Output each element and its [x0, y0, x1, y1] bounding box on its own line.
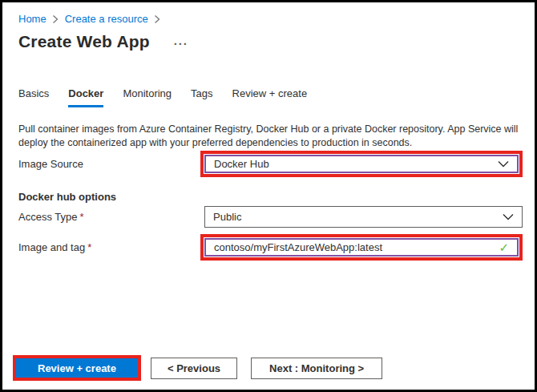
- next-monitoring-button[interactable]: Next : Monitoring >: [251, 358, 382, 379]
- access-type-dropdown[interactable]: Public: [204, 206, 523, 228]
- tab-docker[interactable]: Docker: [68, 87, 103, 107]
- review-create-button[interactable]: Review + create: [16, 358, 138, 378]
- image-source-row: Image Source Docker Hub: [18, 151, 523, 177]
- image-and-tag-label: Image and tag*: [18, 241, 200, 253]
- create-web-app-window: Home Create a resource Create Web App ··…: [0, 0, 537, 392]
- required-asterisk: *: [87, 241, 91, 253]
- tab-basics[interactable]: Basics: [18, 87, 49, 107]
- breadcrumb: Home Create a resource: [18, 13, 523, 25]
- title-row: Create Web App ···: [18, 32, 523, 51]
- image-source-label: Image Source: [18, 158, 200, 170]
- tab-tags[interactable]: Tags: [191, 87, 212, 107]
- more-actions-icon[interactable]: ···: [174, 38, 188, 50]
- breadcrumb-create-resource-link[interactable]: Create a resource: [65, 13, 148, 25]
- image-and-tag-label-text: Image and tag: [18, 241, 85, 253]
- required-asterisk: *: [79, 211, 83, 223]
- access-type-row: Access Type* Public: [18, 206, 523, 228]
- image-source-dropdown[interactable]: Docker Hub: [204, 155, 519, 173]
- page-content: Home Create a resource Create Web App ··…: [2, 2, 535, 261]
- image-and-tag-input[interactable]: [214, 241, 492, 253]
- tab-monitoring[interactable]: Monitoring: [123, 87, 172, 107]
- chevron-down-icon: [498, 160, 509, 168]
- access-type-label-text: Access Type: [18, 211, 77, 223]
- valid-check-icon: ✓: [499, 240, 509, 255]
- tab-bar: Basics Docker Monitoring Tags Review + c…: [18, 87, 523, 107]
- red-highlight-box: ✓: [200, 234, 523, 261]
- image-and-tag-row: Image and tag* ✓: [18, 234, 523, 261]
- footer-button-bar: Review + create < Previous Next : Monito…: [13, 355, 382, 381]
- image-source-value: Docker Hub: [214, 158, 269, 170]
- page-title: Create Web App: [18, 32, 150, 51]
- chevron-right-icon: [52, 14, 59, 24]
- tab-review-create[interactable]: Review + create: [232, 87, 308, 107]
- access-type-label: Access Type*: [18, 211, 200, 223]
- image-and-tag-field: ✓: [204, 238, 519, 257]
- chevron-right-icon: [154, 14, 161, 24]
- red-highlight-box: Review + create: [13, 355, 141, 381]
- docker-tab-description: Pull container images from Azure Contain…: [18, 123, 525, 149]
- red-highlight-box: Docker Hub: [200, 151, 523, 177]
- breadcrumb-home-link[interactable]: Home: [18, 13, 46, 25]
- access-type-value: Public: [213, 211, 241, 223]
- docker-hub-options-header: Docker hub options: [18, 191, 523, 203]
- previous-button[interactable]: < Previous: [151, 358, 237, 379]
- chevron-down-icon: [503, 213, 514, 220]
